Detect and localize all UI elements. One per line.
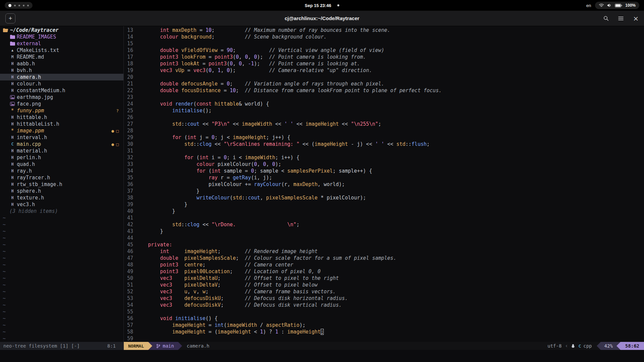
tree-item-sphere.h[interactable]: Hsphere.h <box>0 188 123 194</box>
code-line-55[interactable]: 55 <box>124 308 644 315</box>
tree-item-external[interactable]: external <box>0 40 123 47</box>
code-line-58[interactable]: 58 imageHeight = (imageHeight < 1) ? 1 :… <box>124 328 644 335</box>
code-line-41[interactable]: 41 <box>124 215 644 221</box>
tree-item-readme.md[interactable]: MREADME.md <box>0 54 123 60</box>
tree-item-raytracer.h[interactable]: HrayTracer.h <box>0 174 123 181</box>
tree-item-camera.h[interactable]: Hcamera.h <box>0 74 123 80</box>
new-tab-button[interactable]: + <box>5 13 15 23</box>
code-line-22[interactable]: 22 double focusDistance = 10; // Distanc… <box>124 87 644 94</box>
line-number: 32 <box>125 154 133 161</box>
editor-buffer[interactable]: 13 int maxDepth = 10; // Maximum number … <box>124 26 644 342</box>
tree-item-texture.h[interactable]: Htexture.h <box>0 194 123 201</box>
code-line-49[interactable]: 49 point3 pixel00Location; // Location o… <box>124 268 644 275</box>
code-line-51[interactable]: 51 vec3 pixelDeltaV; // Offset to pixel … <box>124 282 644 288</box>
code-line-42[interactable]: 42 std::clog << "\rDone. \n"; <box>124 221 644 228</box>
code-line-29[interactable]: 29 for (int j = 0; j < imageHeight; j++)… <box>124 134 644 141</box>
code-line-25[interactable]: 25 initialise(); <box>124 107 644 114</box>
tree-item-label: ray.h <box>17 168 32 174</box>
code-line-53[interactable]: 53 vec3 defocusDiskU; // Defocus disk ho… <box>124 295 644 302</box>
tree-item--3-hidden-items-[interactable]: (3 hidden items) <box>0 208 123 215</box>
code-line-28[interactable]: 28 <box>124 127 644 134</box>
code-line-15[interactable]: 15 <box>124 40 644 47</box>
tree-item-bvh.h[interactable]: Hbvh.h <box>0 67 123 74</box>
tree-item-interval.h[interactable]: Hinterval.h <box>0 134 123 141</box>
close-icon[interactable]: × <box>633 15 639 22</box>
tree-item-material.h[interactable]: Hmaterial.h <box>0 147 123 154</box>
tree-item-image.ppm[interactable]: *image.ppm●□ <box>0 127 123 134</box>
tree-item-face.png[interactable]: face.png <box>0 101 123 107</box>
code-text: vec3 pixelDeltaU; // Offset to pixel to … <box>136 275 339 282</box>
tree-item-ray.h[interactable]: Hray.h <box>0 168 123 174</box>
code-line-35[interactable]: 35 ray r = getRay(i, j); <box>124 174 644 181</box>
code-line-52[interactable]: 52 vec3 u, v, w; // Camera frame basis v… <box>124 288 644 295</box>
code-line-34[interactable]: 34 for (int sample = 0; sample < samples… <box>124 168 644 174</box>
code-line-36[interactable]: 36 pixelColour += rayColour(r, maxDepth,… <box>124 181 644 188</box>
tree-item-quad.h[interactable]: Hquad.h <box>0 161 123 168</box>
tree-item-vec3.h[interactable]: Hvec3.h <box>0 201 123 208</box>
search-icon[interactable] <box>603 16 609 21</box>
tree-item-hittablelist.h[interactable]: HhittableList.h <box>0 121 123 127</box>
tree-item-cmakelists.txt[interactable]: ▲CMakeLists.txt <box>0 47 123 54</box>
command-line[interactable] <box>0 350 644 362</box>
code-line-47[interactable]: 47 double pixelSamplesScale; // Colour s… <box>124 255 644 261</box>
code-line-16[interactable]: 16 double vFieldOfView = 90; // Vertical… <box>124 47 644 54</box>
neo-tree-sidebar[interactable]: ~/Code/RaytracerREADME_IMAGESexternal▲CM… <box>0 26 124 342</box>
cursor-location: 58:62 <box>621 342 644 350</box>
code-line-54[interactable]: 54 vec3 defocusDiskV; // Defocus disk ve… <box>124 302 644 308</box>
code-line-57[interactable]: 57 imageHeight = int(imageWidth / aspect… <box>124 322 644 328</box>
tree-item-perlin.h[interactable]: Hperlin.h <box>0 154 123 161</box>
tree-item-funny.ppm[interactable]: *funny.ppm? <box>0 107 123 114</box>
tree-item-label: interval.h <box>17 134 47 140</box>
line-number: 15 <box>125 40 133 47</box>
code-line-56[interactable]: 56 void initialise() { <box>124 315 644 322</box>
code-line-50[interactable]: 50 vec3 pixelDeltaU; // Offset to pixel … <box>124 275 644 282</box>
code-text: colour background; // Scene background c… <box>136 34 327 40</box>
keyboard-layout[interactable]: en <box>586 3 591 8</box>
line-number: 42 <box>125 221 133 228</box>
tree-item-aabb.h[interactable]: Haabb.h <box>0 60 123 67</box>
tree-item-main.cpp[interactable]: Cmain.cpp●□ <box>0 141 123 147</box>
code-line-45[interactable]: 45 private: <box>124 241 644 248</box>
code-line-14[interactable]: 14 colour background; // Scene backgroun… <box>124 34 644 40</box>
code-line-18[interactable]: 18 point3 lookAt = point3(0, 0, -1); // … <box>124 60 644 67</box>
code-line-19[interactable]: 19 vec3 vUp = vec3(0, 1, 0); // Camera-r… <box>124 67 644 74</box>
code-line-48[interactable]: 48 point3 centre; // Camera center <box>124 261 644 268</box>
tree-item-constantmedium.h[interactable]: HconstantMedium.h <box>0 87 123 94</box>
code-line-21[interactable]: 21 double defocusAngle = 0; // Variation… <box>124 80 644 87</box>
code-line-33[interactable]: 33 colour pixelColour(0, 0, 0); <box>124 161 644 168</box>
tree-item--code-raytracer[interactable]: ~/Code/Raytracer <box>0 27 123 34</box>
status-pill[interactable]: 100% <box>595 2 639 9</box>
tree-item-rtw-stb-image.h[interactable]: Hrtw_stb_image.h <box>0 181 123 188</box>
tree-item-colour.h[interactable]: Hcolour.h <box>0 80 123 87</box>
code-line-43[interactable]: 43 } <box>124 228 644 235</box>
code-line-59[interactable]: 59 <box>124 335 644 342</box>
code-line-32[interactable]: 32 for (int i = 0; i < imageWidth; i++) … <box>124 154 644 161</box>
code-line-26[interactable]: 26 <box>124 114 644 121</box>
code-line-46[interactable]: 46 int imageHeight; // Rendered image he… <box>124 248 644 255</box>
code-line-23[interactable]: 23 <box>124 94 644 101</box>
empty-line-tilde: ~ <box>0 322 123 328</box>
code-line-27[interactable]: 27 std::cout << "P3\n" << imageWidth << … <box>124 121 644 127</box>
code-line-24[interactable]: 24 void render(const hittable& world) { <box>124 101 644 107</box>
code-line-20[interactable]: 20 <box>124 74 644 80</box>
menu-icon[interactable] <box>618 16 624 20</box>
clock[interactable]: Sep 15 23:46 <box>305 3 331 8</box>
line-number: 57 <box>125 322 133 328</box>
code-line-37[interactable]: 37 } <box>124 188 644 194</box>
text-cursor: ; <box>321 329 324 335</box>
tree-item-hittable.h[interactable]: Hhittable.h <box>0 114 123 121</box>
code-line-39[interactable]: 39 } <box>124 201 644 208</box>
code-line-38[interactable]: 38 writeColour(std::cout, pixelSamplesSc… <box>124 194 644 201</box>
code-line-40[interactable]: 40 } <box>124 208 644 215</box>
code-line-44[interactable]: 44 <box>124 235 644 241</box>
system-tray[interactable]: en 100% <box>586 2 639 9</box>
code-line-17[interactable]: 17 point3 lookFrom = point3(0, 0, 0); //… <box>124 54 644 60</box>
code-line-13[interactable]: 13 int maxDepth = 10; // Maximum number … <box>124 27 644 34</box>
tree-item-earthmap.jpg[interactable]: earthmap.jpg <box>0 94 123 101</box>
code-line-31[interactable]: 31 <box>124 147 644 154</box>
clock-area[interactable]: Sep 15 23:46 <box>305 3 339 8</box>
header-icon: H <box>9 115 15 119</box>
tree-item-readme-images[interactable]: README_IMAGES <box>0 34 123 40</box>
code-line-30[interactable]: 30 std::clog << "\rScanlines remaining: … <box>124 141 644 147</box>
workspace-indicator[interactable] <box>5 2 33 9</box>
